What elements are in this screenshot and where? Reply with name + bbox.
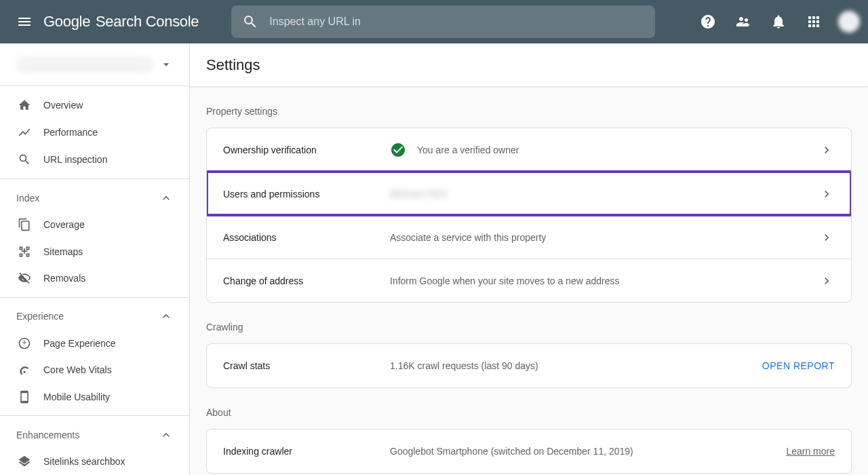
chevron-up-icon — [159, 428, 173, 442]
nav-section-experience[interactable]: Experience — [0, 303, 189, 330]
speed-icon — [18, 363, 31, 377]
url-inspection-search[interactable] — [231, 5, 655, 38]
product-logo[interactable]: Google Search Console — [43, 13, 199, 31]
page-header: Settings — [190, 43, 868, 87]
sidebar: Overview Performance URL inspection Inde… — [0, 43, 190, 475]
nav-label: Page Experience — [43, 338, 116, 349]
row-indexing-crawler[interactable]: Indexing crawler Googlebot Smartphone (s… — [207, 430, 851, 473]
row-label: Crawl stats — [223, 360, 390, 371]
trend-icon — [18, 126, 31, 139]
nav-label: Sitemaps — [43, 246, 83, 257]
nav-coverage[interactable]: Coverage — [0, 211, 189, 238]
divider — [0, 297, 189, 298]
menu-icon — [16, 14, 33, 30]
notifications-button[interactable] — [762, 5, 795, 38]
chevron-right-icon — [818, 273, 835, 289]
manage-users-button[interactable] — [727, 5, 760, 38]
row-change-of-address[interactable]: Change of address Inform Google when you… — [207, 259, 851, 302]
dropdown-icon — [159, 58, 173, 71]
row-status-text: Inform Google when your site moves to a … — [390, 276, 620, 286]
nav-label: Performance — [43, 127, 98, 138]
nav-sitelinks-searchbox[interactable]: Sitelinks searchbox — [0, 449, 189, 475]
about-card: Indexing crawler Googlebot Smartphone (s… — [206, 429, 852, 474]
people-settings-icon — [735, 14, 751, 30]
nav-mobile-usability[interactable]: Mobile Usability — [0, 383, 189, 410]
circle-icon — [18, 337, 31, 350]
row-status-text: 1.16K crawl requests (last 90 days) — [390, 360, 538, 371]
logo-search-console: Search Console — [96, 13, 199, 30]
row-status-text: Associate a service with this property — [390, 232, 546, 243]
main-panel: Settings Property settings Ownership ver… — [190, 43, 868, 475]
row-crawl-stats[interactable]: Crawl stats 1.16K crawl requests (last 9… — [207, 344, 851, 387]
nav-label: Removals — [43, 273, 85, 284]
bell-icon — [770, 14, 787, 30]
section-label-property: Property settings — [206, 106, 852, 117]
open-report-link[interactable]: OPEN REPORT — [762, 360, 835, 371]
row-label: Indexing crawler — [223, 446, 390, 457]
help-icon — [700, 14, 716, 30]
nav-page-experience[interactable]: Page Experience — [0, 330, 189, 356]
nav-removals[interactable]: Removals — [0, 265, 189, 291]
property-selector[interactable] — [0, 43, 189, 86]
chevron-up-icon — [159, 309, 173, 323]
nav-label: URL inspection — [43, 154, 107, 165]
nav-label: Sitelinks searchbox — [43, 456, 125, 467]
row-label: Associations — [223, 232, 390, 243]
chevron-right-icon — [818, 186, 835, 202]
row-status-text: You are a verified owner — [417, 145, 519, 155]
crawling-card: Crawl stats 1.16K crawl requests (last 9… — [206, 343, 852, 388]
nav-url-inspection[interactable]: URL inspection — [0, 146, 189, 173]
nav-label: Core Web Vitals — [43, 364, 112, 375]
search-input[interactable] — [269, 16, 644, 28]
chevron-right-icon — [818, 229, 835, 246]
property-settings-card: Ownership verification You are a verifie… — [206, 128, 852, 303]
nav-label: Coverage — [43, 219, 85, 230]
learn-more-link[interactable]: Learn more — [786, 446, 835, 457]
row-status-text: Googlebot Smartphone (switched on Decemb… — [390, 446, 633, 457]
help-button[interactable] — [692, 5, 724, 38]
row-label: Users and permissions — [223, 189, 390, 200]
apps-button[interactable] — [797, 5, 830, 38]
home-icon — [18, 98, 31, 112]
chevron-right-icon — [818, 142, 835, 158]
row-ownership-verification[interactable]: Ownership verification You are a verifie… — [207, 128, 851, 172]
search-icon — [242, 14, 258, 30]
divider — [0, 178, 189, 179]
nav-performance[interactable]: Performance — [0, 119, 189, 146]
logo-google: Google — [43, 13, 90, 30]
phone-icon — [18, 390, 31, 404]
divider — [0, 415, 189, 416]
section-label-crawling: Crawling — [206, 322, 852, 332]
chevron-up-icon — [159, 191, 173, 205]
apps-icon — [806, 14, 822, 30]
row-users-and-permissions[interactable]: Users and permissions REDACTED — [207, 172, 851, 215]
section-label-about: About — [206, 407, 852, 418]
nav-label: Mobile Usability — [43, 392, 110, 402]
menu-button[interactable] — [8, 5, 41, 38]
account-avatar[interactable] — [838, 11, 860, 33]
nav-section-index[interactable]: Index — [0, 185, 189, 211]
nav-label: Overview — [43, 100, 83, 111]
check-circle-icon — [390, 142, 406, 158]
search-icon — [18, 153, 31, 166]
row-label: Ownership verification — [223, 145, 390, 155]
row-label: Change of address — [223, 276, 390, 286]
nav-core-web-vitals[interactable]: Core Web Vitals — [0, 356, 189, 383]
page-title: Settings — [206, 56, 260, 74]
property-name-redacted — [16, 56, 154, 73]
layers-icon — [18, 455, 31, 468]
row-associations[interactable]: Associations Associate a service with th… — [207, 215, 851, 259]
nav-overview[interactable]: Overview — [0, 92, 189, 119]
verified-badge — [390, 142, 406, 158]
nav-section-enhancements[interactable]: Enhancements — [0, 421, 189, 448]
sitemap-icon — [18, 245, 31, 259]
coverage-icon — [18, 218, 31, 231]
nav-sitemaps[interactable]: Sitemaps — [0, 238, 189, 265]
row-status-redacted: REDACTED — [390, 189, 448, 200]
top-header: Google Search Console — [0, 0, 868, 43]
visibility-off-icon — [18, 271, 31, 285]
